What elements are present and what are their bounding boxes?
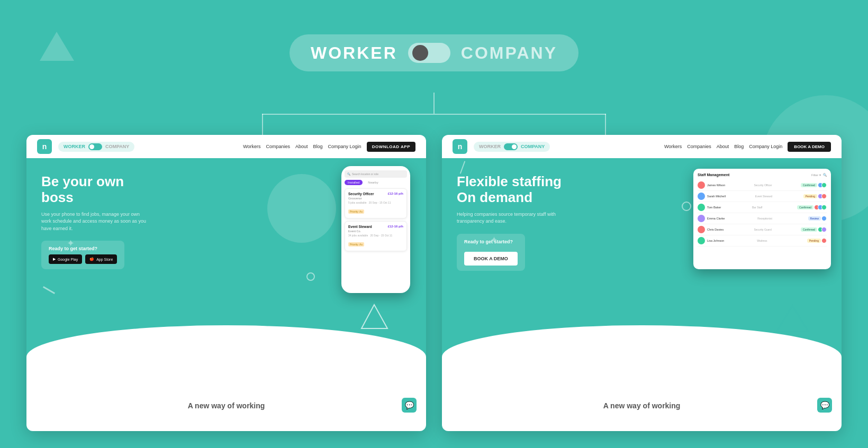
screens-container: n WORKER COMPANY Workers Companies About… [26,135,842,431]
app-store-button[interactable]: 🍎 App Store [85,254,117,264]
nav-link-about[interactable]: About [295,144,308,149]
dash-avatar-3 [698,204,705,211]
play-icon: ▶ [53,257,56,261]
mini-av-11 [821,238,827,243]
company-screen-nav: n WORKER COMPANY Workers Companies About… [442,135,842,158]
dash-name-6: Lisa Johnson [707,239,755,242]
circle-deco-1 [306,272,315,281]
nav-link-companies[interactable]: Companies [266,144,291,149]
dash-status-6: Pending [807,239,821,243]
nav-worker-label-r: WORKER [479,144,501,149]
line-deco-right [460,161,465,173]
dash-name-2: Sarah Mitchell [707,195,753,198]
priority-badge-1: Priority: As [348,209,364,214]
google-play-button[interactable]: ▶ Google Play [49,254,82,264]
nav-link-company-login[interactable]: Company Login [328,144,361,149]
dash-title: Staff Management [698,173,729,177]
nav-toggle-mini-right[interactable]: WORKER COMPANY [474,142,550,152]
nav-link-blog-r[interactable]: Blog [734,144,744,149]
chat-icon-left[interactable]: 💬 [402,398,417,413]
asterisk-deco-left: ✦ [67,237,75,249]
job-pay-2: £12-16 p/h [388,225,403,230]
wave-bottom-left [26,325,426,431]
phone-mockup: 🔍 Search location or role Installed Near… [341,166,410,293]
tab-installed[interactable]: Installed [345,180,363,185]
connector-left [262,114,263,135]
dash-team-4 [823,216,827,221]
dash-status-1: Confirmed [801,183,817,187]
dash-status-2: Pending [803,194,817,198]
nav-link-workers[interactable]: Workers [243,144,260,149]
dash-team-2 [819,194,827,199]
dash-avatar-4 [698,215,705,222]
bg-triangle-decoration [37,29,77,66]
job-pay-1: £12-16 p/h [388,192,403,197]
mini-toggle-left [88,143,102,150]
mini-knob-right [512,144,517,149]
tab-nearby[interactable]: Nearby [365,180,381,185]
worker-screen-nav: n WORKER COMPANY Workers Companies About… [26,135,426,158]
company-screen: n WORKER COMPANY Workers Companies About… [442,135,842,431]
app-store-label: App Store [96,258,113,261]
dash-status-5: Confirmed [801,227,817,232]
book-demo-nav-button[interactable]: BOOK A DEMO [788,142,831,152]
phone-search-placeholder: Search location or role [352,172,378,176]
job-card-2[interactable]: Event Steward £12-16 p/h Event Co. 34 jo… [345,221,407,251]
dash-team-6 [823,238,827,243]
mini-av-7 [821,205,827,210]
phone-search-bar: 🔍 Search location or role [345,170,407,178]
wave-text-left: A new way of working [188,401,265,410]
dash-row-1[interactable]: James Wilson Security Officer Confirmed [698,180,827,191]
nav-link-workers-r[interactable]: Workers [664,144,682,149]
nav-toggle-mini-left[interactable]: WORKER COMPANY [58,142,134,152]
dash-search[interactable]: 🔍 [823,173,827,177]
svg-marker-2 [361,305,387,328]
wave-text-right: A new way of working [603,401,681,410]
dash-role-6: Waitress [757,239,804,242]
dash-row-4[interactable]: Emma Clarke Receptionist Review [698,213,827,224]
mini-toggle-right [504,143,518,150]
mode-toggle-switch[interactable] [408,43,450,63]
dash-status-4: Review [808,216,821,221]
dash-status-3: Confirmed [797,205,813,209]
dash-row-6[interactable]: Lisa Johnson Waitress Pending [698,235,827,246]
screen-triangle-left [360,302,389,333]
dash-row-3[interactable]: Tom Baker Bar Staff Confirmed [698,202,827,213]
nav-company-label: COMPANY [105,144,129,149]
worker-ready-text: Ready to get started? [49,246,117,251]
chat-icon-right[interactable]: 💬 [817,398,832,413]
search-icon: 🔍 [347,172,350,176]
toggle-knob [412,45,428,61]
dash-filter[interactable]: Filter ▾ [811,173,821,177]
book-demo-hero-button[interactable]: BOOK A DEMO [464,252,518,266]
nav-link-blog[interactable]: Blog [313,144,323,149]
company-title-line2: On demand [457,189,532,205]
store-buttons: ▶ Google Play 🍎 App Store [49,254,117,264]
company-title-line1: Flexible staffing [457,173,562,189]
dash-header: Staff Management Filter ▾ 🔍 [698,173,827,177]
nav-link-companies-r[interactable]: Companies [687,144,711,149]
screen-triangle-right [775,303,810,336]
worker-screen: n WORKER COMPANY Workers Companies About… [26,135,426,431]
job-title-1: Security Officer [348,192,374,196]
dash-role-3: Bar Staff [752,206,795,209]
connector-horizontal [262,114,606,115]
dash-row-5[interactable]: Chris Davies Security Guard Confirmed [698,224,827,235]
dash-role-2: Event Steward [755,195,801,198]
dash-avatar-6 [698,237,705,244]
dash-controls: Filter ▾ 🔍 [811,173,827,177]
wave-bottom-right [442,325,842,431]
company-hero-title: Flexible staffing On demand [457,174,573,206]
job-card-1[interactable]: Security Officer £12-16 p/h Grosvenor 5 … [345,188,407,218]
apple-icon: 🍎 [89,257,94,261]
nav-links-right: Workers Companies About Blog Company Log… [664,142,831,152]
nav-logo-left: n [37,139,52,154]
nav-link-company-login-r[interactable]: Company Login [749,144,782,149]
dash-role-4: Receptionist [757,217,806,220]
hero-circle-bg [267,174,336,243]
dash-role-1: Security Officer [754,184,798,187]
phone-tabs: Installed Nearby [345,180,407,185]
dash-row-2[interactable]: Sarah Mitchell Event Steward Pending [698,191,827,202]
nav-link-about-r[interactable]: About [717,144,729,149]
download-app-button[interactable]: DOWNLOAD APP [367,142,415,152]
